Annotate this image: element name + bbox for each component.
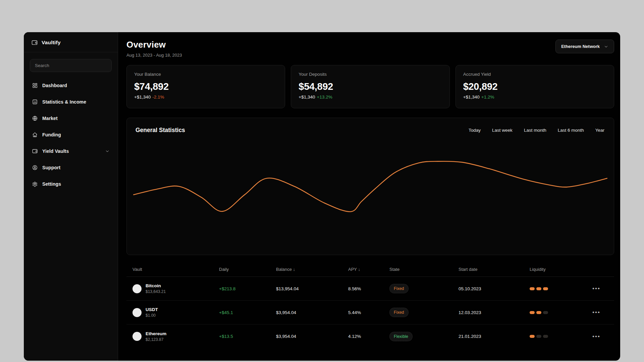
stat-value: $54,892 — [299, 81, 442, 92]
liquidity-indicator — [530, 335, 592, 338]
daily-change: +$45.1 — [219, 310, 276, 315]
state-badge: Fixed — [389, 308, 409, 317]
start-date: 21.01.2023 — [459, 334, 530, 339]
coin-avatar — [132, 308, 142, 317]
chevron-down-icon — [604, 44, 608, 49]
stat-cards: Your Balance $74,892 +$1,340-2.1% Your D… — [126, 65, 614, 108]
app-window: Vaultify Dashboard Statistics & Income — [24, 32, 620, 361]
stat-delta: +1.2% — [481, 95, 494, 100]
stat-card-accrued-yield: Accrued Yield $20,892 +$1,340+1.2% — [455, 65, 614, 108]
app-name: Vaultify — [42, 40, 61, 46]
globe-icon — [32, 115, 38, 121]
filter-year[interactable]: Year — [595, 128, 604, 133]
col-apy-sort[interactable]: APY ↓ — [348, 267, 389, 272]
stat-value: $74,892 — [134, 81, 277, 92]
stat-change: +$1,340+1.2% — [463, 95, 606, 100]
balance-value: $3,954.04 — [276, 310, 348, 315]
row-menu-button[interactable]: ••• — [592, 285, 600, 292]
chart-title: General Statistics — [136, 127, 185, 134]
coin-name: USDT — [146, 307, 158, 312]
date-range: Aug 13, 2023 - Aug 18, 2023 — [126, 53, 182, 58]
line-chart — [127, 118, 614, 255]
stat-delta: -2.1% — [152, 95, 164, 100]
coin-name: Ethereum — [146, 331, 166, 336]
sidebar-item-settings[interactable]: Settings — [30, 177, 112, 191]
main-content: Overview Aug 13, 2023 - Aug 18, 2023 Eth… — [118, 32, 620, 361]
row-menu-button[interactable]: ••• — [592, 333, 600, 340]
liquidity-pill-filled — [530, 311, 535, 314]
start-date: 05.10.2023 — [459, 286, 530, 291]
sidebar-item-market[interactable]: Market — [30, 112, 112, 125]
filter-last-month[interactable]: Last month — [524, 128, 546, 133]
sidebar-item-support[interactable]: Support — [30, 161, 112, 174]
sidebar-item-label: Settings — [42, 181, 61, 187]
general-statistics-card: General Statistics Today Last week Last … — [126, 118, 614, 255]
coin-price: $13,643.21 — [146, 289, 166, 294]
sidebar: Vaultify Dashboard Statistics & Income — [24, 32, 118, 361]
network-selector-label: Ethereum Network — [561, 44, 600, 49]
gear-icon — [32, 181, 38, 187]
sidebar-item-yield-vaults[interactable]: Yield Vaults — [30, 144, 112, 158]
sidebar-item-label: Yield Vaults — [42, 148, 69, 154]
col-balance-sort[interactable]: Balance ↓ — [276, 267, 348, 272]
liquidity-indicator — [530, 311, 592, 314]
portfolio-line — [133, 161, 607, 212]
liquidity-pill-filled — [530, 287, 535, 290]
stat-card-balance: Your Balance $74,892 +$1,340-2.1% — [126, 65, 285, 108]
stat-label: Your Deposits — [299, 72, 442, 77]
sidebar-item-label: Market — [42, 116, 58, 121]
table-row-bitcoin[interactable]: Bitcoin $13,643.21 +$213.8 $13,954.04 8.… — [126, 277, 614, 301]
liquidity-pill-filled — [530, 335, 535, 338]
stat-change: +$1,340-2.1% — [134, 95, 277, 100]
col-state[interactable]: State — [389, 267, 459, 272]
filter-last-week[interactable]: Last week — [492, 128, 513, 133]
sidebar-nav: Dashboard Statistics & Income Market Fun… — [24, 74, 118, 195]
balance-value: $13,954.04 — [276, 286, 348, 291]
vaults-table: Vault Daily Balance ↓ APY ↓ State Start … — [126, 258, 614, 348]
daily-change: +$13.5 — [219, 334, 276, 339]
page-title: Overview — [126, 40, 182, 50]
liquidity-pill-filled — [536, 311, 541, 314]
sidebar-item-label: Statistics & Income — [42, 99, 86, 105]
start-date: 12.03.2023 — [459, 310, 530, 315]
chart-range-filters: Today Last week Last month Last 6 month … — [469, 128, 604, 133]
daily-change: +$213.8 — [219, 286, 276, 291]
filter-today[interactable]: Today — [469, 128, 481, 133]
col-liquidity[interactable]: Liquidity — [530, 267, 592, 272]
state-badge: Fixed — [389, 284, 409, 293]
apy-value: 4.12% — [348, 334, 389, 339]
sidebar-item-funding[interactable]: Funding — [30, 128, 112, 141]
col-daily[interactable]: Daily — [219, 267, 276, 272]
network-selector-button[interactable]: Ethereum Network — [555, 40, 614, 53]
liquidity-pill-empty — [536, 335, 541, 338]
apy-value: 8.56% — [348, 286, 389, 291]
table-header-row: Vault Daily Balance ↓ APY ↓ State Start … — [126, 258, 614, 277]
sidebar-item-dashboard[interactable]: Dashboard — [30, 79, 112, 92]
stat-value: $20,892 — [463, 81, 606, 92]
table-row-ethereum[interactable]: Ethereum $2,123.87 +$13.5 $3,954.04 4.12… — [126, 324, 614, 348]
col-vault[interactable]: Vault — [132, 267, 219, 272]
col-start-date[interactable]: Start date — [459, 267, 530, 272]
stat-delta: +13.2% — [317, 95, 332, 100]
stat-label: Accrued Yield — [463, 72, 606, 77]
stat-label: Your Balance — [134, 72, 277, 77]
liquidity-pill-empty — [543, 335, 548, 338]
filter-last-6-month[interactable]: Last 6 month — [558, 128, 584, 133]
dashboard-grid-icon — [32, 82, 38, 88]
state-badge: Flexible — [389, 332, 413, 341]
wallet-logo-icon — [31, 39, 38, 46]
wallet-icon — [32, 148, 38, 154]
row-menu-button[interactable]: ••• — [592, 309, 600, 316]
coin-avatar — [132, 284, 142, 293]
table-row-usdt[interactable]: USDT $1.00 +$45.1 $3,954.04 5.44% Fixed … — [126, 301, 614, 324]
chevron-down-icon[interactable] — [105, 149, 110, 154]
coin-name: Bitcoin — [146, 283, 166, 288]
coin-avatar — [132, 332, 142, 341]
search-input[interactable] — [30, 59, 112, 72]
coin-price: $1.00 — [146, 313, 158, 318]
sidebar-item-statistics-income[interactable]: Statistics & Income — [30, 95, 112, 109]
apy-value: 5.44% — [348, 310, 389, 315]
liquidity-pill-filled — [536, 287, 541, 290]
sidebar-item-label: Funding — [42, 132, 61, 137]
app-logo: Vaultify — [24, 32, 118, 52]
